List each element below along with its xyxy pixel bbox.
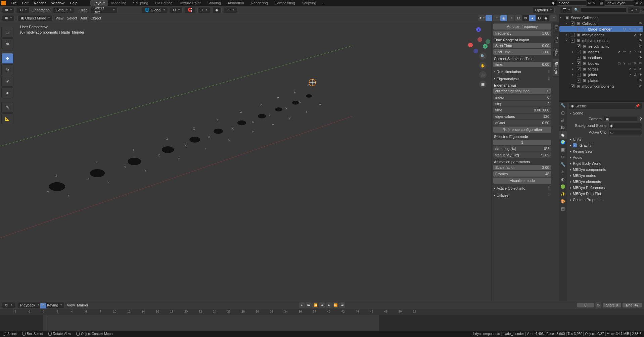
- gizmo-toggle[interactable]: ⊹: [486, 15, 492, 21]
- playhead[interactable]: 0: [40, 303, 46, 308]
- outliner-item-mbdyn-elements[interactable]: ▾▣mbdyn.elements👁: [559, 38, 643, 43]
- select-box-tool[interactable]: ▭: [1, 27, 13, 38]
- timeline-editor-type[interactable]: ◷: [2, 302, 15, 308]
- transform-tool[interactable]: ◈: [1, 87, 13, 98]
- props-section-mbdyn-references[interactable]: MBDyn References: [569, 185, 642, 191]
- props-tab-8[interactable]: 🔧: [559, 161, 567, 168]
- overlays-dropdown[interactable]: [508, 15, 514, 21]
- props-section-mbdyn-nodes[interactable]: MBDyn nodes: [569, 173, 642, 179]
- props-section-mbdyn-components[interactable]: MBDyn components: [569, 166, 642, 173]
- jump-end-button[interactable]: ⏭: [339, 302, 345, 308]
- keying-dropdown[interactable]: Keying: [44, 302, 65, 308]
- props-section-rigid-body-world[interactable]: Rigid Body World: [569, 160, 642, 166]
- viewport-menu-select[interactable]: Select: [67, 16, 77, 20]
- start-time-field[interactable]: Start Time0.00: [493, 43, 551, 48]
- camera-field[interactable]: ▣: [604, 116, 637, 122]
- menu-edit[interactable]: Edit: [19, 1, 31, 5]
- scale-factor-field[interactable]: Scale factor3.00: [493, 165, 551, 170]
- workspace-tab-sculpting[interactable]: Sculpting: [130, 0, 151, 6]
- sidebar-tab-tool[interactable]: Tool: [553, 34, 559, 46]
- viewport-menu-view[interactable]: View: [55, 16, 63, 20]
- props-tab-14[interactable]: ▤: [559, 205, 567, 212]
- outliner-item-beams[interactable]: ▸▣beams↗⁴⁰↗⁵👁: [559, 49, 643, 55]
- outliner-item-mbdyn-components[interactable]: ▣mbdyn.components👁: [559, 83, 643, 89]
- start-frame-field[interactable]: Start 0: [603, 303, 621, 307]
- snap-toggle[interactable]: 🧲: [185, 7, 195, 13]
- new-scene-button[interactable]: ⧉: [588, 1, 591, 5]
- current-eigensolution-field[interactable]: current eigensolution0: [493, 88, 551, 94]
- props-section-custom-properties[interactable]: Custom Properties: [569, 197, 642, 203]
- move-tool[interactable]: ✥: [1, 53, 13, 64]
- timeline-view-menu[interactable]: View: [67, 303, 75, 307]
- proportional-edit-toggle[interactable]: ◉: [212, 7, 222, 13]
- menu-render[interactable]: Render: [31, 1, 49, 5]
- outliner-item-joints[interactable]: ▸▣joints↗↺👁: [559, 72, 643, 78]
- viewport-menu-object[interactable]: Object: [90, 16, 101, 20]
- camera-eyedropper-icon[interactable]: ⚲: [639, 117, 642, 121]
- playback-dropdown[interactable]: Playback: [17, 302, 42, 308]
- overlays-toggle[interactable]: ◉: [500, 15, 507, 21]
- outliner[interactable]: ▾▣Scene Collection▾▣Collection👁▽blade_bl…: [559, 14, 644, 101]
- timeline-body[interactable]: [0, 315, 644, 331]
- props-section-audio[interactable]: Audio: [569, 154, 642, 160]
- props-tab-9[interactable]: ⚛: [559, 168, 567, 176]
- perspective-toggle-button[interactable]: ▦: [479, 81, 487, 88]
- run-simulation-section[interactable]: Run simulation⠿: [493, 68, 551, 75]
- props-section-mbdyn-data-plot[interactable]: MBDyn Data Plot: [569, 191, 642, 197]
- current-frame-field[interactable]: 0: [577, 303, 594, 307]
- transform-pivot-dropdown[interactable]: ⊕: [2, 7, 15, 13]
- props-tab-10[interactable]: ◐: [559, 176, 567, 183]
- editor-type-dropdown[interactable]: ⊞: [2, 15, 15, 21]
- workspace-tab-rendering[interactable]: Rendering: [247, 0, 271, 6]
- sidebar-tab-view[interactable]: View: [553, 46, 559, 59]
- sidebar-tab-blendyn[interactable]: Blendyn: [553, 59, 559, 77]
- pan-button[interactable]: ✋: [479, 62, 487, 69]
- visualize-mode-button[interactable]: Visualize mode: [493, 178, 551, 184]
- end-time-field[interactable]: End Time1.00: [493, 49, 551, 55]
- add-workspace-button[interactable]: +: [320, 0, 328, 6]
- orientation-dropdown[interactable]: Default: [53, 7, 74, 13]
- sidebar-tab-item[interactable]: Item: [553, 22, 559, 34]
- play-reverse-button[interactable]: ◀: [319, 302, 325, 308]
- workspace-tab-scripting[interactable]: Scripting: [298, 0, 320, 6]
- new-collection-button[interactable]: ⊞: [641, 8, 644, 12]
- props-tab-7[interactable]: ⚙: [559, 153, 567, 161]
- outliner-item-Collection[interactable]: ▾▣Collection👁: [559, 20, 643, 26]
- menu-file[interactable]: File: [8, 1, 19, 5]
- timeline-ruler[interactable]: -4-2024681012141618202224262830323436384…: [0, 309, 644, 315]
- shading-rendered[interactable]: ◉: [543, 15, 549, 21]
- drag-action-dropdown[interactable]: Select Box: [91, 7, 118, 13]
- props-tab-12[interactable]: ✨: [559, 190, 567, 198]
- props-tab-11[interactable]: 🟢: [559, 183, 567, 190]
- active-object-info-section[interactable]: Active Object info⠿: [493, 185, 551, 192]
- pivot-point-dropdown[interactable]: ⊙: [170, 7, 183, 13]
- scale-tool[interactable]: ⤢: [1, 76, 13, 87]
- props-tab-3[interactable]: 🖼: [559, 124, 567, 131]
- new-viewlayer-button[interactable]: ⧉: [636, 1, 638, 5]
- props-tab-4[interactable]: ◉: [559, 131, 567, 139]
- auto-set-frequency-button[interactable]: Auto set frequency: [493, 23, 551, 30]
- outliner-item-mbdyn-nodes[interactable]: ▸▣mbdyn.nodes↗👁: [559, 32, 643, 38]
- props-section-mbdyn-elements[interactable]: MBDyn elements: [569, 179, 642, 185]
- end-frame-field[interactable]: End 47: [623, 303, 642, 307]
- snap-settings-dropdown[interactable]: ⊓: [197, 7, 210, 13]
- scene-name-input[interactable]: [557, 0, 587, 6]
- outliner-search-input[interactable]: [580, 7, 626, 13]
- props-tab-1[interactable]: ▢: [559, 109, 567, 116]
- delete-scene-button[interactable]: ✕: [592, 1, 595, 5]
- props-section-units[interactable]: Units: [569, 136, 642, 142]
- proportional-falloff-dropdown[interactable]: 〰: [224, 7, 237, 13]
- shading-solid[interactable]: ●: [529, 15, 536, 21]
- jump-next-keyframe-button[interactable]: ⏩: [332, 302, 338, 308]
- props-tab-0[interactable]: 🔧: [559, 102, 567, 109]
- measure-tool[interactable]: 📐: [1, 113, 13, 124]
- reference-configuration-button[interactable]: Reference configuration: [493, 127, 551, 133]
- outliner-root[interactable]: ▾▣Scene Collection: [559, 15, 643, 20]
- gizmo-dropdown[interactable]: [493, 15, 500, 21]
- outliner-item-sections[interactable]: ▣sections👁: [559, 55, 643, 60]
- rotate-tool[interactable]: ↻: [1, 64, 13, 75]
- play-button[interactable]: ▶: [326, 302, 332, 308]
- bg-scene-field[interactable]: ◉: [608, 123, 642, 128]
- shading-wireframe[interactable]: ⊚: [522, 15, 529, 21]
- xray-toggle[interactable]: ⊡: [515, 15, 522, 21]
